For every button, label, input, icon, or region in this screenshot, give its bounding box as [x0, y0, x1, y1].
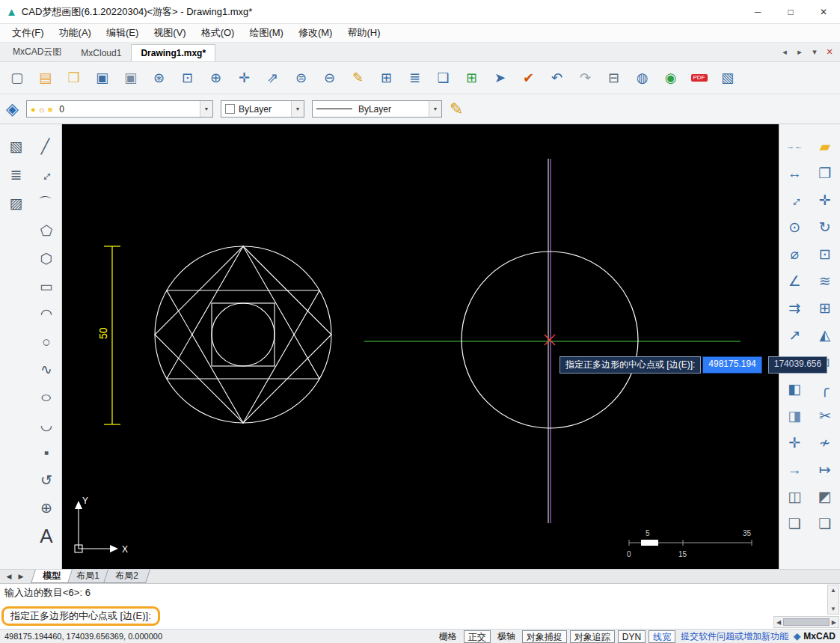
- pdf-export-icon[interactable]: PDF: [685, 65, 713, 91]
- new-viewport-icon[interactable]: ❏: [429, 65, 457, 91]
- zoom-window-icon[interactable]: ⊡: [174, 65, 201, 91]
- zoom-previous-icon[interactable]: ⊜: [287, 65, 315, 91]
- tab-scroll-right-icon[interactable]: ▸: [792, 45, 807, 60]
- menu-item[interactable]: 帮助(H): [340, 25, 387, 41]
- sheet-icon[interactable]: ❏: [812, 512, 838, 535]
- draw-pencil-icon[interactable]: ✎: [344, 65, 372, 91]
- color-pencil-icon[interactable]: ✎: [450, 101, 463, 118]
- drawing-canvas-svg[interactable]: 50 Y X: [62, 124, 779, 569]
- layout-scroll-left-icon[interactable]: ◀: [3, 570, 15, 583]
- select-icon[interactable]: ➤: [486, 65, 514, 91]
- text-lines-icon[interactable]: ≣: [401, 65, 429, 91]
- point-icon[interactable]: ▪: [34, 441, 59, 464]
- drawing-canvas[interactable]: 50 Y X: [62, 124, 779, 569]
- arc-segment-icon[interactable]: ◡: [34, 413, 59, 436]
- fillet-icon[interactable]: ╭: [812, 377, 838, 400]
- dim-update-icon[interactable]: →: [782, 458, 807, 481]
- rotate-icon[interactable]: ↻: [812, 216, 838, 239]
- dim-angular-icon[interactable]: ∠: [782, 269, 807, 293]
- tab-list-icon[interactable]: ▾: [807, 45, 822, 60]
- spline-icon[interactable]: ∿: [34, 358, 59, 381]
- chevron-down-icon[interactable]: ▼: [429, 101, 441, 117]
- mirror-icon[interactable]: ◭: [812, 323, 838, 347]
- status-toggle[interactable]: 对象捕捉: [522, 630, 567, 643]
- table-icon[interactable]: ⊞: [373, 65, 400, 91]
- menu-item[interactable]: 绘图(M): [242, 25, 291, 41]
- dim-style-icon[interactable]: ◨: [782, 404, 807, 427]
- trim-icon[interactable]: ✂: [812, 404, 838, 427]
- table-style-icon[interactable]: ⊞: [458, 65, 485, 91]
- dim-linear-icon[interactable]: ↔: [782, 162, 807, 185]
- dim-diameter-icon[interactable]: ⌀: [782, 243, 807, 266]
- dynamic-input-x-field[interactable]: 498175.194: [702, 356, 761, 374]
- document-tab[interactable]: Drawing1.mxg*: [131, 44, 215, 61]
- text-tool-icon[interactable]: A: [34, 524, 59, 547]
- menu-item[interactable]: 视图(V): [146, 25, 193, 41]
- command-horizontal-scrollbar[interactable]: ◀ ▶: [773, 616, 839, 628]
- insert-image-icon[interactable]: ▧: [4, 135, 29, 158]
- zoom-in-icon[interactable]: ⊕: [202, 65, 230, 91]
- pan-icon[interactable]: ✛: [230, 65, 258, 91]
- dynamic-input-y-field[interactable]: 174039.656: [768, 356, 827, 374]
- menu-item[interactable]: 功能(A): [52, 25, 99, 41]
- break-icon[interactable]: ≁: [812, 431, 838, 454]
- redo-icon[interactable]: ↷: [571, 65, 599, 91]
- dim-radius-icon[interactable]: ⊙: [782, 216, 807, 239]
- dim-break-icon[interactable]: →←: [782, 135, 807, 158]
- tab-close-icon[interactable]: ✕: [822, 45, 837, 60]
- layers-icon[interactable]: ◈: [6, 101, 19, 118]
- dim-leader-icon[interactable]: ↗: [782, 323, 807, 347]
- scroll-up-icon[interactable]: ▲: [830, 587, 836, 594]
- chevron-down-icon[interactable]: ▼: [291, 101, 304, 117]
- line-icon[interactable]: ╱: [33, 135, 58, 158]
- menu-item[interactable]: 格式(O): [194, 25, 242, 41]
- status-toggle[interactable]: 线宽: [649, 630, 675, 643]
- center-target-icon[interactable]: ⊕: [34, 496, 59, 519]
- feedback-link[interactable]: 提交软件问题或增加新功能: [681, 630, 788, 643]
- command-prompt[interactable]: 指定正多边形的中心点或 [边(E)]:: [1, 606, 160, 626]
- status-toggle[interactable]: 正交: [464, 630, 491, 643]
- offset-icon[interactable]: ≋: [812, 269, 838, 293]
- move-icon[interactable]: ✛: [812, 189, 838, 212]
- hatch-icon[interactable]: ▨: [4, 192, 29, 215]
- center-mark-icon[interactable]: ✛: [782, 431, 807, 454]
- dim-aligned-icon[interactable]: ↔: [782, 189, 807, 212]
- color-select[interactable]: ByLayer ▼: [221, 100, 304, 118]
- layer-select[interactable]: ●☼■ 0 ▼: [26, 100, 213, 118]
- dim-continue-icon[interactable]: ⇉: [782, 296, 807, 320]
- menu-item[interactable]: 编辑(E): [99, 25, 146, 41]
- polygon-icon[interactable]: ⬠: [34, 219, 59, 243]
- web-share-icon[interactable]: ◉: [657, 65, 684, 91]
- box-3d-icon[interactable]: ◩: [812, 485, 838, 508]
- markup-icon[interactable]: ✔: [515, 65, 542, 91]
- maximize-button[interactable]: □: [774, 0, 807, 23]
- menu-item[interactable]: 修改(M): [291, 25, 340, 41]
- extend-icon[interactable]: ↦: [812, 458, 838, 481]
- polygon-inscribed-icon[interactable]: ⬡: [34, 247, 59, 270]
- stretch-arrow-icon[interactable]: ↔: [33, 163, 58, 186]
- layout-scroll-right-icon[interactable]: ▶: [15, 570, 27, 583]
- tab-scroll-left-icon[interactable]: ◂: [777, 45, 792, 60]
- web-publish-icon[interactable]: ◍: [628, 65, 656, 91]
- arc-3point-icon[interactable]: ◠: [34, 302, 59, 326]
- layout-tab[interactable]: 布局2: [103, 570, 150, 583]
- scale-icon[interactable]: ⊡: [812, 243, 838, 266]
- dim-edit-icon[interactable]: ◧: [782, 377, 807, 400]
- zoom-extents-icon[interactable]: ⊛: [145, 65, 173, 91]
- rectangle-icon[interactable]: ▭: [34, 275, 59, 298]
- chevron-down-icon[interactable]: ▼: [200, 101, 212, 117]
- text-paragraph-icon[interactable]: ≣: [4, 163, 29, 186]
- zoom-out-icon[interactable]: ⊖: [316, 65, 343, 91]
- print-icon[interactable]: ⊟: [600, 65, 628, 91]
- save-as-icon[interactable]: ▣: [117, 65, 144, 91]
- minimize-button[interactable]: ─: [741, 0, 774, 23]
- command-vertical-scrollbar[interactable]: ▲ ▼: [827, 585, 839, 615]
- rotate-ref-icon[interactable]: ↺: [34, 469, 59, 492]
- scale-view-icon[interactable]: ⇗: [259, 65, 286, 91]
- scrollbar-thumb[interactable]: [783, 618, 830, 626]
- solid-box-icon[interactable]: ◫: [782, 485, 807, 508]
- status-toggle[interactable]: 极轴: [494, 630, 519, 643]
- open-folder-icon[interactable]: ❒: [60, 65, 88, 91]
- layout-page-icon[interactable]: ❏: [782, 512, 807, 535]
- close-button[interactable]: ✕: [807, 0, 840, 23]
